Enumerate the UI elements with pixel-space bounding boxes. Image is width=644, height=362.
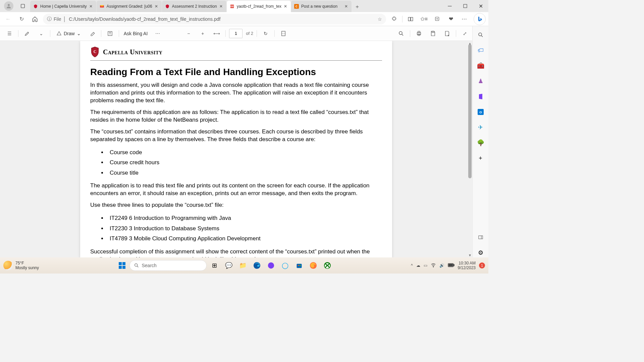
save-as-icon[interactable] bbox=[442, 28, 452, 39]
date: 9/12/2023 bbox=[458, 265, 476, 270]
svg-rect-15 bbox=[418, 34, 420, 36]
tab-chegg[interactable]: C Post a new question ✕ bbox=[291, 1, 352, 12]
page-view-icon[interactable] bbox=[278, 28, 289, 39]
time: 10:30 AM bbox=[459, 261, 476, 265]
tray-chevron-icon[interactable]: ^ bbox=[411, 263, 413, 268]
text-icon[interactable] bbox=[105, 28, 115, 39]
close-icon[interactable]: ✕ bbox=[283, 4, 288, 9]
chat-icon[interactable]: 💬 bbox=[223, 259, 235, 272]
hide-sidebar-icon[interactable] bbox=[476, 233, 485, 242]
explorer-icon[interactable]: 📁 bbox=[237, 259, 249, 272]
firefox-icon[interactable] bbox=[307, 259, 319, 272]
rotate-icon[interactable]: ↻ bbox=[260, 28, 271, 39]
save-icon[interactable] bbox=[428, 28, 438, 39]
find-icon[interactable] bbox=[396, 28, 407, 39]
favorite-icon[interactable]: ☆ bbox=[378, 16, 382, 22]
zoom-in-button[interactable]: + bbox=[197, 28, 208, 39]
close-icon[interactable]: ✕ bbox=[343, 4, 349, 9]
collections-icon[interactable] bbox=[432, 14, 443, 24]
svg-text:C: C bbox=[94, 50, 96, 54]
chevron-down-icon: ⌄ bbox=[77, 31, 81, 36]
cortana-icon[interactable]: ◯ bbox=[279, 259, 291, 272]
wifi-icon[interactable] bbox=[431, 262, 436, 269]
svg-rect-8 bbox=[411, 17, 413, 21]
close-window-button[interactable]: ✕ bbox=[473, 0, 488, 12]
tab-assessment[interactable]: Assessment 2 Instruction ✕ bbox=[162, 1, 226, 12]
contents-icon[interactable]: ☰ bbox=[4, 28, 15, 39]
start-button[interactable] bbox=[117, 260, 127, 271]
fit-width-icon[interactable]: ⟷ bbox=[211, 28, 222, 39]
minimize-button[interactable]: ─ bbox=[442, 0, 458, 12]
split-screen-icon[interactable] bbox=[405, 14, 416, 24]
copilot-icon[interactable] bbox=[265, 259, 277, 272]
scroll-down-icon[interactable]: ▼ bbox=[468, 253, 472, 257]
url-text: C:/Users/taylo/Downloads/yaotb-cf_2read_… bbox=[69, 16, 375, 22]
fullscreen-icon[interactable]: ⤢ bbox=[460, 28, 470, 39]
print-icon[interactable] bbox=[414, 28, 424, 39]
xbox-icon[interactable] bbox=[321, 259, 333, 272]
notification-badge[interactable]: 1 bbox=[479, 262, 485, 268]
scrollbar[interactable]: ▲ ▼ bbox=[468, 41, 472, 257]
battery-icon[interactable] bbox=[448, 263, 454, 268]
tab-title: yaotb-cf_2read_from_tex bbox=[237, 4, 281, 9]
tray-app-icon[interactable]: ▭ bbox=[424, 263, 427, 268]
paragraph: Use these three lines to populate the “c… bbox=[90, 201, 382, 209]
ask-bing-button[interactable]: Ask Bing AI bbox=[122, 31, 149, 36]
profile-icon[interactable] bbox=[4, 1, 13, 11]
weather-widget[interactable]: 75°F Mostly sunny bbox=[3, 261, 39, 270]
page-number-input[interactable] bbox=[229, 29, 243, 38]
draw-button[interactable]: Draw ⌄ bbox=[54, 31, 84, 36]
svg-text:O: O bbox=[479, 110, 482, 114]
svg-rect-37 bbox=[448, 264, 453, 266]
erase-icon[interactable] bbox=[87, 28, 98, 39]
maximize-button[interactable] bbox=[458, 0, 473, 12]
outlook-icon[interactable]: O bbox=[476, 107, 485, 117]
microsoft365-icon[interactable] bbox=[476, 92, 485, 101]
more-tools-icon[interactable]: ⋯ bbox=[152, 28, 163, 39]
chevron-down-icon[interactable]: ⌄ bbox=[36, 28, 47, 39]
search-icon[interactable] bbox=[476, 30, 485, 40]
refresh-button[interactable]: ↻ bbox=[16, 14, 27, 24]
new-tab-button[interactable]: ＋ bbox=[352, 1, 363, 12]
shopping-icon[interactable]: 🏷 bbox=[476, 46, 485, 55]
onedrive-icon[interactable]: ☁ bbox=[416, 263, 420, 268]
sidebar-settings-icon[interactable]: ⚙ bbox=[476, 248, 485, 257]
home-button[interactable] bbox=[30, 14, 40, 24]
tab-title: Post a new question bbox=[301, 4, 342, 9]
bing-sidebar-button[interactable] bbox=[474, 13, 486, 25]
browser-essentials-icon[interactable]: ❤ bbox=[445, 14, 456, 24]
tools-icon[interactable]: 🧰 bbox=[476, 61, 485, 70]
edge-icon[interactable] bbox=[251, 259, 263, 272]
tab-title: Home | Capella University bbox=[40, 4, 87, 9]
site-info-icon[interactable]: ⓘ File │ bbox=[47, 16, 66, 22]
extensions-icon[interactable] bbox=[389, 14, 399, 24]
zoom-out-button[interactable]: − bbox=[183, 28, 194, 39]
task-view-icon[interactable]: ⊞ bbox=[209, 259, 221, 272]
svg-rect-7 bbox=[408, 17, 410, 21]
scroll-thumb[interactable] bbox=[468, 44, 472, 178]
url-field[interactable]: ⓘ File │ C:/Users/taylo/Downloads/yaotb-… bbox=[43, 14, 386, 24]
back-button[interactable]: ← bbox=[3, 14, 13, 24]
taskbar-search[interactable]: Search bbox=[129, 260, 207, 271]
close-icon[interactable]: ✕ bbox=[88, 4, 94, 9]
close-icon[interactable]: ✕ bbox=[218, 4, 224, 9]
tab-capella-home[interactable]: Home | Capella University ✕ bbox=[30, 1, 96, 12]
window-controls: ─ ✕ bbox=[442, 0, 488, 12]
games-icon[interactable]: ♟ bbox=[476, 76, 485, 86]
drop-icon[interactable]: ✈ bbox=[476, 123, 485, 132]
more-icon[interactable]: ⋯ bbox=[459, 14, 470, 24]
plus-icon[interactable]: + bbox=[476, 154, 485, 163]
svg-point-12 bbox=[399, 32, 402, 35]
tab-gmail[interactable]: Assignment Graded: [u06 ✕ bbox=[97, 1, 162, 12]
store-icon[interactable] bbox=[293, 259, 305, 272]
tab-title: Assignment Graded: [u06 bbox=[107, 4, 152, 9]
close-icon[interactable]: ✕ bbox=[154, 4, 159, 9]
favorites-icon[interactable]: ✩≡ bbox=[419, 14, 429, 24]
tab-actions-icon[interactable] bbox=[17, 1, 28, 11]
tab-pdf-active[interactable]: PDF yaotb-cf_2read_from_tex ✕ bbox=[227, 1, 291, 12]
gmail-icon bbox=[99, 4, 105, 9]
tree-icon[interactable]: 🌳 bbox=[476, 138, 485, 147]
highlight-icon[interactable] bbox=[22, 28, 33, 39]
clock[interactable]: 10:30 AM 9/12/2023 bbox=[458, 261, 476, 270]
volume-icon[interactable]: 🔊 bbox=[439, 263, 444, 268]
